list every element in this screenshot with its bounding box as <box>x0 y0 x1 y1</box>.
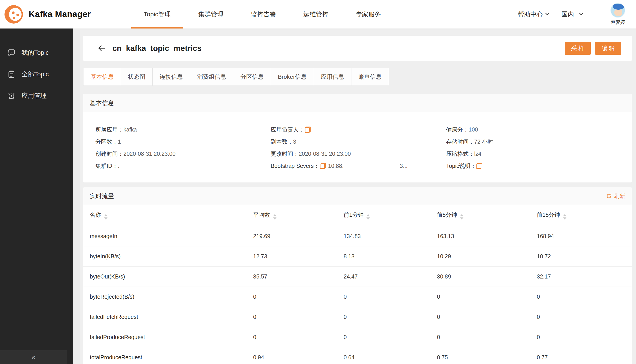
field-value: 10.88. <box>328 163 344 169</box>
refresh-button[interactable]: 刷新 <box>606 192 625 200</box>
tab-1[interactable]: 基本信息 <box>83 68 121 86</box>
table-cell: byteRejected(B/s) <box>83 286 247 307</box>
tab-7[interactable]: 应用信息 <box>314 68 352 86</box>
table-cell: byteIn(KB/s) <box>83 246 247 266</box>
clipboard-icon <box>7 70 16 78</box>
nav-item-1[interactable]: Topic管理 <box>144 0 171 28</box>
field-label: 更改时间： <box>271 150 299 157</box>
table-cell: failedProduceRequest <box>83 327 247 347</box>
table-cell: 10.72 <box>530 246 632 266</box>
table-cell: 35.57 <box>247 266 337 286</box>
column-label: 前1分钟 <box>344 212 364 218</box>
table-cell: 0.64 <box>337 347 430 364</box>
top-navbar: Kafka Manager Topic管理集群管理监控告警运维管控专家服务 帮助… <box>0 0 636 28</box>
metrics-table: 名称平均数前1分钟前5分钟前15分钟 messageIn219.69134.83… <box>83 205 632 364</box>
copy-icon[interactable] <box>305 126 311 133</box>
sidebar-item-2[interactable]: 全部Topic <box>0 64 73 85</box>
column-header-5[interactable]: 前15分钟 <box>530 205 632 226</box>
realtime-traffic-card: 实时流量 刷新 名称平均数前1分钟前5分钟前15分钟 messageIn219.… <box>83 188 632 364</box>
username: 包梦婷 <box>610 19 625 26</box>
sidebar-collapse-button[interactable]: « <box>0 350 67 364</box>
main-nav: Topic管理集群管理监控告警运维管控专家服务 <box>144 0 381 28</box>
nav-item-5[interactable]: 专家服务 <box>356 0 381 28</box>
section-title: 实时流量 <box>90 192 114 200</box>
column-header-1[interactable]: 名称 <box>83 205 247 226</box>
column-header-2[interactable]: 平均数 <box>247 205 337 226</box>
table-row: failedFetchRequest0000 <box>83 307 632 327</box>
field-label: 分区数： <box>96 138 118 145</box>
table-cell: byteOut(KB/s) <box>83 266 247 286</box>
sort-icon[interactable] <box>366 214 370 220</box>
help-center-link[interactable]: 帮助中心 <box>518 10 548 19</box>
sort-icon[interactable] <box>273 214 276 220</box>
nav-item-2[interactable]: 集群管理 <box>198 0 223 28</box>
field-value-extra: 3... <box>400 163 408 169</box>
table-cell: 32.17 <box>530 266 632 286</box>
field-label: Topic说明： <box>446 163 476 169</box>
table-cell: messageIn <box>83 226 247 246</box>
table-row: failedProduceRequest0000 <box>83 327 632 347</box>
field-value: 3 <box>293 138 296 145</box>
table-cell: 30.89 <box>430 266 530 286</box>
info-field: 健康分：100 <box>446 124 632 136</box>
field-value: 1 <box>118 138 121 145</box>
tab-4[interactable]: 消费组信息 <box>190 68 234 86</box>
field-label: 应用负责人： <box>271 126 304 133</box>
table-cell: 0 <box>337 307 430 327</box>
table-cell: 8.13 <box>337 246 430 266</box>
sort-icon[interactable] <box>104 214 108 220</box>
tab-5[interactable]: 分区信息 <box>233 68 271 86</box>
sidebar-item-3[interactable]: 应用管理 <box>0 85 73 106</box>
nav-item-3[interactable]: 监控告警 <box>251 0 276 28</box>
basic-info-card: 基本信息 所属应用：kafka应用负责人：健康分：100分区数：1副本数：3存储… <box>83 94 632 182</box>
collapse-icon: « <box>32 353 36 361</box>
sidebar-item-1[interactable]: 我的Topic <box>0 42 73 64</box>
table-cell: 24.47 <box>337 266 430 286</box>
section-title: 基本信息 <box>90 99 114 107</box>
sidebar-item-label: 应用管理 <box>22 92 47 100</box>
sort-icon[interactable] <box>460 214 464 220</box>
table-cell: 168.94 <box>530 226 632 246</box>
column-header-4[interactable]: 前5分钟 <box>430 205 530 226</box>
table-cell: 10.29 <box>430 246 530 266</box>
table-cell: failedFetchRequest <box>83 307 247 327</box>
tab-2[interactable]: 状态图 <box>121 68 152 86</box>
table-cell: 134.83 <box>337 226 430 246</box>
table-cell: 12.73 <box>247 246 337 266</box>
field-label: 创建时间： <box>96 150 124 157</box>
table-cell: 0 <box>337 327 430 347</box>
page-header: cn_kafka_topic_metrics 采 样 编 辑 <box>83 36 632 61</box>
field-label: 集群ID： <box>96 163 118 169</box>
sample-button[interactable]: 采 样 <box>565 42 591 55</box>
copy-icon[interactable] <box>476 163 482 169</box>
info-field: 压缩格式：lz4 <box>446 148 632 160</box>
info-field: 创建时间：2020-08-31 20:23:00 <box>96 148 271 160</box>
region-select[interactable]: 国内 <box>562 10 582 19</box>
sidebar-menu: 我的Topic全部Topic应用管理 <box>0 28 73 106</box>
user-menu[interactable]: 包梦婷 <box>610 3 625 26</box>
column-header-3[interactable]: 前1分钟 <box>337 205 430 226</box>
table-row: byteRejected(B/s)0000 <box>83 286 632 307</box>
info-grid: 所属应用：kafka应用负责人：健康分：100分区数：1副本数：3存储时间：72… <box>83 112 632 182</box>
logo-icon <box>4 5 23 24</box>
tab-6[interactable]: Broker信息 <box>271 68 314 86</box>
table-cell: 219.69 <box>247 226 337 246</box>
copy-icon[interactable] <box>320 163 326 169</box>
tab-8[interactable]: 账单信息 <box>351 68 389 86</box>
edit-button[interactable]: 编 辑 <box>595 42 621 55</box>
field-value: 72 小时 <box>474 138 493 145</box>
region-label: 国内 <box>562 10 574 19</box>
back-button[interactable] <box>97 43 106 53</box>
table-cell: 0 <box>430 327 530 347</box>
table-row: messageIn219.69134.83163.13168.94 <box>83 226 632 246</box>
help-center-label: 帮助中心 <box>518 10 543 19</box>
refresh-label: 刷新 <box>614 192 625 200</box>
avatar[interactable] <box>610 3 625 18</box>
table-row: totalProduceRequest0.940.640.750.77 <box>83 347 632 364</box>
nav-item-4[interactable]: 运维管控 <box>303 0 328 28</box>
tab-3[interactable]: 连接信息 <box>152 68 190 86</box>
sidebar-item-label: 我的Topic <box>22 48 49 57</box>
refresh-icon <box>606 193 612 199</box>
sort-icon[interactable] <box>563 214 566 220</box>
brand[interactable]: Kafka Manager <box>0 5 91 24</box>
